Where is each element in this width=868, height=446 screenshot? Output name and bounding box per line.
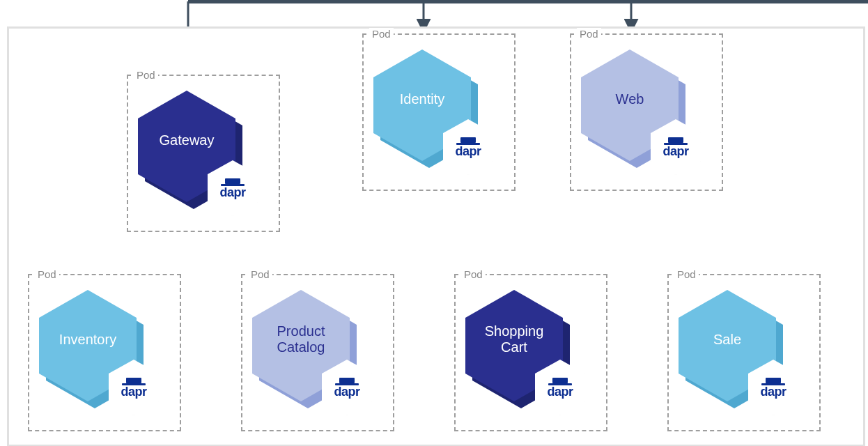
- service-label: Web: [581, 91, 679, 107]
- diagram-canvas: PodGatewaydaprPodIdentitydaprPodWebdaprP…: [0, 0, 868, 446]
- dapr-label: dapr: [662, 145, 688, 157]
- service-hexagon-gateway: Gatewaydapr: [138, 91, 249, 202]
- service-hexagon-cart: ShoppingCartdapr: [465, 290, 577, 401]
- pod-label: Pod: [134, 69, 158, 81]
- service-hexagon-inventory: Inventorydapr: [39, 290, 150, 401]
- service-hexagon-web: Webdapr: [581, 49, 692, 161]
- pod-label: Pod: [369, 28, 394, 40]
- pod-label: Pod: [248, 268, 272, 280]
- service-label: Sale: [679, 332, 776, 348]
- dapr-label: dapr: [121, 385, 146, 398]
- dapr-label: dapr: [334, 385, 359, 398]
- pod-label: Pod: [577, 28, 601, 40]
- service-label: Identity: [373, 91, 471, 107]
- service-label: Gateway: [138, 132, 235, 148]
- dapr-label: dapr: [760, 385, 786, 398]
- pod-label: Pod: [461, 268, 486, 280]
- service-label: Inventory: [39, 332, 137, 348]
- pod-label: Pod: [674, 268, 699, 280]
- dapr-label: dapr: [219, 186, 245, 199]
- service-label: ShoppingCart: [465, 323, 563, 355]
- service-label: ProductCatalog: [252, 323, 350, 355]
- service-hexagon-sale: Saledapr: [679, 290, 790, 401]
- service-hexagon-identity: Identitydapr: [373, 49, 485, 161]
- service-hexagon-product: ProductCatalogdapr: [252, 290, 364, 401]
- dapr-label: dapr: [455, 145, 481, 157]
- dapr-label: dapr: [547, 385, 573, 398]
- pod-label: Pod: [35, 268, 59, 280]
